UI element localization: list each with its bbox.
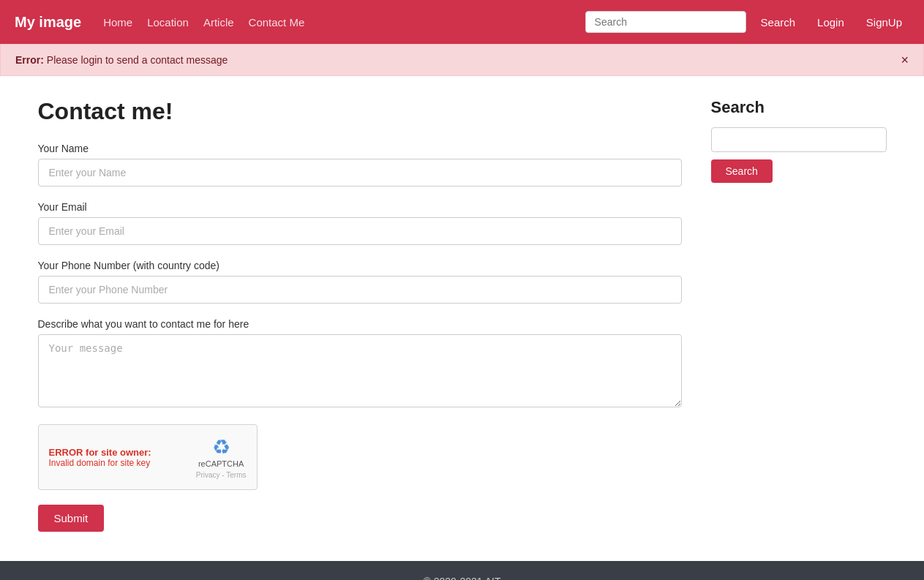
email-label: Your Email [38,201,682,213]
alert-text: Error: Please login to send a contact me… [15,54,228,66]
navbar-search-input[interactable] [585,11,746,33]
name-group: Your Name [38,143,682,187]
sidebar-search-input[interactable] [711,127,887,152]
recaptcha-error-line2: Invalid domain for site key [49,458,187,468]
message-label: Describe what you want to contact me for… [38,318,682,330]
message-group: Describe what you want to contact me for… [38,318,682,410]
recaptcha-footer: Privacy - Terms [196,471,247,479]
navbar-links: Home Location Article Contact Me [103,16,585,29]
sidebar-search-button[interactable]: Search [711,159,773,183]
navbar-login-button[interactable]: Login [810,12,852,33]
email-group: Your Email [38,201,682,245]
footer-copyright: © 2020-2021 AIT [15,576,909,580]
main-container: Contact me! Your Name Your Email Your Ph… [23,98,901,532]
contact-form-area: Contact me! Your Name Your Email Your Ph… [38,98,682,532]
phone-input[interactable] [38,276,682,304]
alert-prefix: Error: [15,54,44,66]
recaptcha-icon: ♻ [212,435,230,459]
navbar: My image Home Location Article Contact M… [0,0,924,44]
navbar-search-button[interactable]: Search [754,12,803,33]
nav-link-home[interactable]: Home [103,16,132,29]
form-title: Contact me! [38,98,682,125]
recaptcha-box: ERROR for site owner: Invalid domain for… [38,424,258,490]
recaptcha-text: ERROR for site owner: Invalid domain for… [49,447,187,468]
email-input[interactable] [38,217,682,245]
phone-label: Your Phone Number (with country code) [38,260,682,271]
recaptcha-logo: ♻ reCAPTCHA Privacy - Terms [196,435,247,479]
nav-link-location[interactable]: Location [147,16,189,29]
message-textarea[interactable] [38,334,682,407]
recaptcha-privacy-link[interactable]: Privacy [196,471,220,479]
alert-close-button[interactable]: × [901,53,909,67]
recaptcha-error-line1: ERROR for site owner: [49,447,187,458]
footer: © 2020-2021 AIT Back to top | Privacy | … [0,561,924,580]
navbar-signup-button[interactable]: SignUp [859,12,909,33]
nav-link-contact[interactable]: Contact Me [249,16,305,29]
navbar-right: Search Login SignUp [585,11,909,33]
name-label: Your Name [38,143,682,154]
submit-button[interactable]: Submit [38,505,105,532]
name-input[interactable] [38,159,682,187]
sidebar-title: Search [711,98,887,117]
phone-group: Your Phone Number (with country code) [38,260,682,304]
sidebar: Search Search [711,98,887,532]
navbar-brand[interactable]: My image [15,14,81,31]
alert-message: Please login to send a contact message [44,54,228,66]
nav-link-article[interactable]: Article [203,16,234,29]
recaptcha-brand: reCAPTCHA [198,459,244,468]
error-alert: Error: Please login to send a contact me… [0,44,924,76]
recaptcha-terms-link[interactable]: Terms [226,471,246,479]
